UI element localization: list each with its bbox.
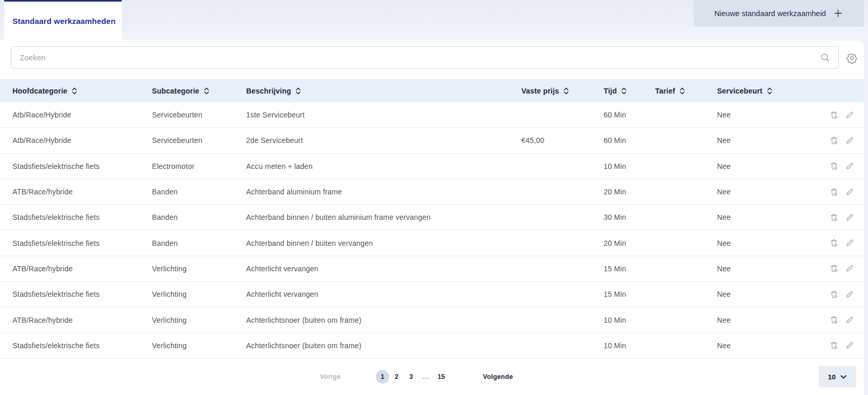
top-strip: Standaard werkzaamheden Nieuwe standaard… [0, 0, 868, 41]
delete-row-button[interactable] [829, 136, 839, 146]
table-row: Stadsfiets/elektrische fiets Banden Acht… [0, 230, 864, 256]
edit-row-button[interactable] [845, 315, 854, 325]
edit-row-button[interactable] [845, 340, 854, 350]
cell-actions [822, 161, 864, 171]
cell-tijd: 30 Min [604, 213, 655, 221]
new-standard-task-button[interactable]: Nieuwe standaard werkzaamheid [694, 0, 864, 27]
cell-servicebeurt: Nee [717, 188, 822, 196]
edit-row-button[interactable] [845, 161, 854, 171]
table-settings-button[interactable] [846, 52, 858, 64]
trash-circle-x-icon [829, 213, 839, 222]
cell-subcategorie: Electromotor [152, 162, 246, 170]
cell-actions [822, 289, 864, 299]
cell-subcategorie: Verlichting [152, 290, 246, 298]
cell-servicebeurt: Nee [717, 341, 822, 350]
trash-circle-x-icon [829, 340, 839, 350]
search-button[interactable] [820, 52, 831, 63]
table-row: Stadsfiets/elektrische fiets Verlichting… [0, 282, 864, 307]
tab-standaard-werkzaamheden[interactable]: Standaard werkzaamheden [4, 0, 122, 41]
table-row: ATB/Race/hybride Verlichting Achterlicht… [0, 256, 864, 282]
pencil-icon [845, 315, 854, 325]
sort-icon[interactable] [204, 87, 209, 95]
pagination-page-2[interactable]: 2 [390, 370, 403, 384]
pencil-icon [845, 110, 854, 120]
cell-subcategorie: Servicebeurten [152, 136, 246, 144]
cell-servicebeurt: Nee [717, 162, 822, 170]
pagination-ellipsis: ... [422, 373, 429, 380]
delete-row-button[interactable] [829, 238, 839, 248]
column-header-beschrijving[interactable]: Beschrijving [246, 87, 521, 95]
pencil-icon [845, 238, 854, 248]
column-header-servicebeurt[interactable]: Servicebeurt [717, 87, 822, 95]
sort-icon[interactable] [72, 87, 77, 95]
cell-actions [822, 315, 864, 325]
cell-actions [822, 264, 864, 273]
column-label: Tarief [655, 87, 675, 95]
edit-row-button[interactable] [845, 110, 854, 120]
trash-circle-x-icon [829, 315, 839, 325]
cell-hoofdcategorie: Atb/Race/Hybride [12, 136, 152, 144]
cell-beschrijving: 2de Servicebeurt [246, 136, 521, 144]
column-header-subcategorie[interactable]: Subcategorie [152, 87, 246, 95]
cell-tijd: 15 Min [604, 290, 655, 298]
pagination-page-1[interactable]: 1 [376, 370, 389, 384]
edit-row-button[interactable] [845, 136, 854, 146]
sort-icon[interactable] [621, 87, 627, 95]
page-size-select[interactable]: 10 [819, 366, 856, 388]
column-header-tijd[interactable]: Tijd [604, 87, 655, 95]
cell-actions [822, 110, 864, 120]
delete-row-button[interactable] [829, 264, 839, 273]
cell-servicebeurt: Nee [717, 213, 822, 221]
column-header-hoofdcategorie[interactable]: Hoofdcategorie [12, 87, 152, 95]
edit-row-button[interactable] [845, 187, 854, 197]
delete-row-button[interactable] [829, 315, 839, 325]
delete-row-button[interactable] [829, 187, 839, 197]
pagination-page-15[interactable]: 15 [435, 370, 448, 384]
column-label: Beschrijving [246, 87, 291, 95]
sort-icon[interactable] [564, 87, 569, 95]
column-label: Servicebeurt [717, 87, 762, 95]
edit-row-button[interactable] [845, 238, 854, 248]
cell-subcategorie: Verlichting [152, 316, 246, 324]
cell-subcategorie: Verlichting [152, 341, 246, 350]
edit-row-button[interactable] [845, 213, 854, 222]
search-bar[interactable] [11, 46, 839, 69]
sort-icon[interactable] [680, 87, 685, 95]
pagination: Vorige 1 2 3 ... 15 Volgende 10 [0, 359, 864, 395]
trash-circle-x-icon [829, 187, 839, 197]
pagination-page-3[interactable]: 3 [404, 370, 418, 384]
delete-row-button[interactable] [829, 289, 839, 299]
trash-circle-x-icon [829, 238, 839, 248]
cell-tijd: 10 Min [604, 162, 655, 170]
table-row: Atb/Race/Hybride Servicebeurten 1ste Ser… [0, 102, 864, 128]
table-row: ATB/Race/hybride Banden Achterband alumi… [0, 179, 864, 205]
pencil-icon [845, 187, 854, 197]
trash-circle-x-icon [829, 264, 839, 273]
pencil-icon [845, 264, 854, 273]
sort-icon[interactable] [296, 87, 301, 95]
cell-beschrijving: Achterband aluminium frame [246, 188, 521, 196]
edit-row-button[interactable] [845, 289, 854, 299]
cell-servicebeurt: Nee [717, 290, 822, 298]
column-header-tarief[interactable]: Tarief [655, 87, 717, 95]
search-input[interactable] [20, 54, 820, 62]
delete-row-button[interactable] [829, 213, 839, 222]
sort-icon[interactable] [767, 87, 772, 95]
delete-row-button[interactable] [829, 161, 839, 171]
column-header-vaste-prijs[interactable]: Vaste prijs [521, 87, 604, 95]
cell-subcategorie: Banden [152, 213, 246, 221]
pencil-icon [845, 289, 854, 299]
pencil-icon [845, 136, 854, 146]
delete-row-button[interactable] [829, 110, 839, 120]
delete-row-button[interactable] [829, 340, 839, 350]
cell-beschrijving: Achterlicht vervangen [246, 290, 521, 298]
plus-icon [833, 8, 843, 18]
trash-circle-x-icon [829, 136, 839, 146]
edit-row-button[interactable] [845, 264, 854, 273]
cell-vaste-prijs: €45,00 [521, 136, 604, 144]
cell-tijd: 20 Min [604, 188, 655, 196]
column-label: Vaste prijs [521, 87, 559, 95]
table-row: Stadsfiets/elektrische fiets Electromoto… [0, 154, 864, 179]
column-label: Tijd [604, 87, 617, 95]
column-label: Hoofdcategorie [12, 87, 67, 95]
